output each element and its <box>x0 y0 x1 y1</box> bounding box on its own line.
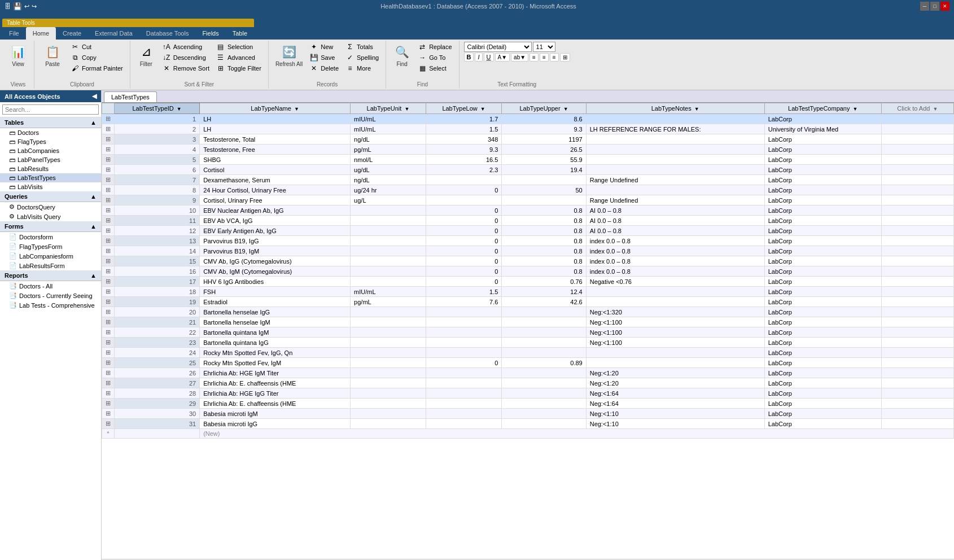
table-row[interactable]: ⊞ 3 Testosterone, Total ng/dL 348 1197 L… <box>102 134 954 145</box>
row-expand-21[interactable]: ⊞ <box>102 317 115 327</box>
save-button[interactable]: 💾 Save <box>307 53 341 63</box>
table-row[interactable]: ⊞ 24 Rocky Mtn Spotted Fev, IgG, Qn LabC… <box>102 348 954 358</box>
sidebar-item-lab-visits-query[interactable]: ⚙ LabVisits Query <box>0 212 101 221</box>
table-row[interactable]: ⊞ 14 Parvovirus B19, IgM 0 0.8 index 0.0… <box>102 246 954 256</box>
row-expand-2[interactable]: ⊞ <box>102 124 115 134</box>
tab-external-data[interactable]: External Data <box>88 27 139 40</box>
sidebar-item-lab-test-types[interactable]: 🗃 LabTestTypes <box>0 173 101 182</box>
sidebar-item-flag-types-form[interactable]: 📄 FlagTypesForm <box>0 242 101 251</box>
sidebar-search-input[interactable] <box>2 104 99 115</box>
table-row[interactable]: ⊞ 21 Bartonella henselae IgM Neg:<1:100 … <box>102 317 954 327</box>
table-row[interactable]: ⊞ 7 Dexamethasone, Serum ng/dL Range Und… <box>102 175 954 185</box>
sidebar-item-lab-companies-form[interactable]: 📄 LabCompaniesform <box>0 251 101 261</box>
row-expand-9[interactable]: ⊞ <box>102 195 115 205</box>
row-expand-11[interactable]: ⊞ <box>102 216 115 226</box>
queries-section-header[interactable]: Queries ▲ <box>0 191 101 202</box>
table-row[interactable]: ⊞ 27 Ehrlichia Ab: E. chaffeensis (HME N… <box>102 378 954 388</box>
table-row[interactable]: ⊞ 26 Ehrlichia Ab: HGE IgM Titer Neg:<1:… <box>102 368 954 378</box>
sidebar-item-lab-companies[interactable]: 🗃 LabCompanies <box>0 146 101 155</box>
row-expand-22[interactable]: ⊞ <box>102 327 115 338</box>
find-button[interactable]: 🔍 Find <box>391 42 413 68</box>
row-expand-24[interactable]: ⊞ <box>102 348 115 358</box>
sidebar-item-lab-panel-types[interactable]: 🗃 LabPanelTypes <box>0 155 101 164</box>
sidebar-item-doctors-currently-seeing[interactable]: 📑 Doctors - Currently Seeing <box>0 291 101 300</box>
selection-button[interactable]: ▤ Selection <box>214 42 264 52</box>
row-expand-31[interactable]: ⊞ <box>102 419 115 429</box>
tab-fields[interactable]: Fields <box>195 27 225 40</box>
row-expand-17[interactable]: ⊞ <box>102 277 115 287</box>
sidebar-item-lab-tests-comprehensive[interactable]: 📑 Lab Tests - Comprehensive <box>0 300 101 310</box>
table-row[interactable]: ⊞ 10 EBV Nuclear Antigen Ab, IgG 0 0.8 A… <box>102 205 954 216</box>
minimize-button[interactable]: ─ <box>920 2 929 11</box>
row-expand-28[interactable]: ⊞ <box>102 388 115 399</box>
row-expand-12[interactable]: ⊞ <box>102 226 115 236</box>
table-row[interactable]: ⊞ 9 Cortisol, Urinary Free ug/L Range Un… <box>102 195 954 205</box>
select-button[interactable]: ▦ Select <box>415 63 454 73</box>
spelling-button[interactable]: ✓ Spelling <box>343 53 381 63</box>
row-expand-27[interactable]: ⊞ <box>102 378 115 388</box>
totals-button[interactable]: Σ Totals <box>343 42 381 52</box>
th-low[interactable]: LabTypeLow ▼ <box>426 103 502 114</box>
table-row[interactable]: ⊞ 17 HHV 6 IgG Antibodies 0 0.76 Negativ… <box>102 277 954 287</box>
table-row[interactable]: ⊞ 2 LH mIU/mL 1.5 9.3 LH REFERENCE RANGE… <box>102 124 954 134</box>
tab-table[interactable]: Table <box>226 27 254 40</box>
font-selector[interactable]: Calibri (Detail) <box>464 42 532 52</box>
highlight-button[interactable]: ab▼ <box>511 53 528 62</box>
goto-button[interactable]: → Go To <box>415 53 454 63</box>
th-unit[interactable]: LabTypeUnit ▼ <box>351 103 426 114</box>
sidebar-collapse-icon[interactable]: ◀ <box>92 93 97 100</box>
sidebar-item-doctors-all[interactable]: 📑 Doctors - All <box>0 281 101 291</box>
cut-button[interactable]: ✂ Cut <box>68 42 125 52</box>
table-row[interactable]: ⊞ 15 CMV Ab, IgG (Cytomegalovirus) 0 0.8… <box>102 256 954 266</box>
th-company[interactable]: LabTestTypeCompany ▼ <box>764 103 881 114</box>
tab-lab-test-types[interactable]: LabTestTypes <box>104 91 157 102</box>
tab-database-tools[interactable]: Database Tools <box>139 27 196 40</box>
toggle-filter-button[interactable]: ⊞ Toggle Filter <box>214 63 264 73</box>
quick-access-undo[interactable]: ↩ <box>24 3 29 10</box>
row-expand-6[interactable]: ⊞ <box>102 165 115 175</box>
italic-button[interactable]: I <box>475 53 482 62</box>
paste-button[interactable]: 📋 Paste <box>39 42 66 68</box>
row-expand-20[interactable]: ⊞ <box>102 307 115 317</box>
table-row[interactable]: ⊞ 31 Babesia microti IgG Neg:<1:10 LabCo… <box>102 419 954 429</box>
table-row[interactable]: ⊞ 18 FSH mIU/mL 1.5 12.4 LabCorp <box>102 287 954 297</box>
table-row[interactable]: ⊞ 13 Parvovirus B19, IgG 0 0.8 index 0.0… <box>102 236 954 246</box>
sidebar-item-lab-results-form[interactable]: 📄 LabResultsForm <box>0 261 101 270</box>
row-expand-15[interactable]: ⊞ <box>102 256 115 266</box>
table-row[interactable]: ⊞ 6 Cortisol ug/dL 2.3 19.4 LabCorp <box>102 165 954 175</box>
table-row[interactable]: ⊞ 20 Bartonella henselae IgG Neg:<1:320 … <box>102 307 954 317</box>
refresh-all-button[interactable]: 🔄 Refresh All <box>273 42 305 68</box>
table-row[interactable]: ⊞ 16 CMV Ab, IgM (Cytomegalovirus) 0 0.8… <box>102 266 954 277</box>
row-expand-3[interactable]: ⊞ <box>102 134 115 145</box>
table-row[interactable]: ⊞ 23 Bartonella quintana IgG Neg:<1:100 … <box>102 338 954 348</box>
sidebar-item-lab-results[interactable]: 🗃 LabResults <box>0 164 101 173</box>
table-row[interactable]: ⊞ 8 24 Hour Cortisol, Urinary Free ug/24… <box>102 185 954 195</box>
table-row[interactable]: ⊞ 22 Bartonella quintana IgM Neg:<1:100 … <box>102 327 954 338</box>
more-button[interactable]: ≡ More <box>343 63 381 73</box>
view-button[interactable]: 📊 View <box>7 42 29 68</box>
table-row[interactable]: ⊞ 29 Ehrlichia Ab: E. chaffeensis (HME N… <box>102 399 954 409</box>
format-painter-button[interactable]: 🖌 Format Painter <box>68 63 125 73</box>
th-add[interactable]: Click to Add ▼ <box>881 103 953 114</box>
row-expand-16[interactable]: ⊞ <box>102 266 115 277</box>
row-expand-30[interactable]: ⊞ <box>102 409 115 419</box>
row-expand-18[interactable]: ⊞ <box>102 287 115 297</box>
row-expand-23[interactable]: ⊞ <box>102 338 115 348</box>
bold-button[interactable]: B <box>464 53 474 62</box>
table-row[interactable]: ⊞ 28 Ehrlichia Ab: HGE IgG Titer Neg:<1:… <box>102 388 954 399</box>
table-container[interactable]: LabTestTypeID ▼ LabTypeName ▼ LabTypeUni… <box>102 103 954 559</box>
row-expand-10[interactable]: ⊞ <box>102 205 115 216</box>
sidebar-item-doctors-form[interactable]: 📄 Doctorsform <box>0 232 101 242</box>
quick-access-redo[interactable]: ↪ <box>32 3 37 10</box>
row-expand-7[interactable]: ⊞ <box>102 175 115 185</box>
advanced-button[interactable]: ☰ Advanced <box>214 53 264 63</box>
table-row[interactable]: ⊞ 1 LH mIU/mL 1.7 8.6 LabCorp <box>102 114 954 124</box>
table-row[interactable]: ⊞ 5 SHBG nmol/L 16.5 55.9 LabCorp <box>102 155 954 165</box>
th-notes[interactable]: LabTypeNotes ▼ <box>586 103 764 114</box>
sidebar-item-lab-visits[interactable]: 🗃 LabVisits <box>0 182 101 191</box>
th-upper[interactable]: LabTypeUpper ▼ <box>502 103 586 114</box>
table-row[interactable]: ⊞ 25 Rocky Mtn Spotted Fev, IgM 0 0.89 L… <box>102 358 954 368</box>
th-name[interactable]: LabTypeName ▼ <box>200 103 351 114</box>
new-button[interactable]: ✦ New <box>307 42 341 52</box>
row-expand-29[interactable]: ⊞ <box>102 399 115 409</box>
